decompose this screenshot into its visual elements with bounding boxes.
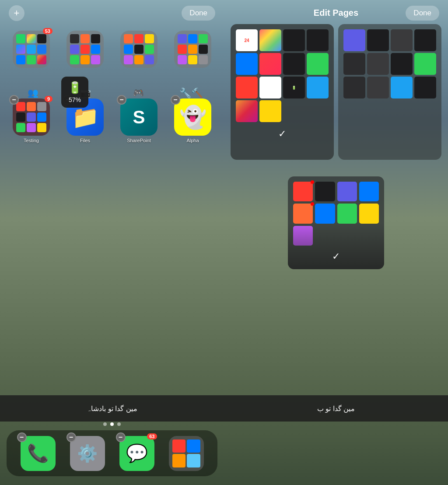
- insta-mini: [236, 100, 258, 122]
- alpha-minus[interactable]: −: [171, 95, 180, 105]
- right-screen: Done Edit Pages 24: [224, 0, 448, 485]
- pages-row-1: 24 🔋: [231, 24, 441, 160]
- chrome-mini: [259, 77, 281, 98]
- right-done-button[interactable]: Done: [406, 6, 439, 21]
- photos-mini: [259, 29, 281, 51]
- appstore-mini: [236, 53, 258, 75]
- accessory-icons-row: 👥 📷 🎮 🔧🔨: [7, 88, 217, 99]
- music-bar: مین گدا تو بادشاہ: [0, 395, 224, 422]
- calendar-mini: 24: [236, 29, 258, 51]
- calc-mini: [283, 53, 305, 75]
- battery-icon-large: 🔋: [68, 81, 82, 95]
- page-dots: [0, 422, 224, 426]
- right-music-text: مین گدا تو ب: [233, 404, 439, 413]
- page-thumb-2[interactable]: [338, 24, 441, 160]
- files-label: Files: [80, 138, 90, 143]
- battery-percent: 57%: [69, 96, 81, 103]
- testing-label: Testing: [24, 138, 39, 143]
- apps-row-2: − 9 Testing −: [7, 98, 217, 143]
- messages-app[interactable]: − 💬 63: [119, 436, 154, 471]
- camera-mini: [307, 29, 329, 51]
- phone-minus[interactable]: −: [17, 432, 27, 442]
- music-text: مین گدا تو بادشاہ: [9, 404, 215, 413]
- left-done-button[interactable]: Done: [182, 6, 215, 21]
- multi-dock-app[interactable]: [169, 436, 204, 471]
- clock-mini: [283, 29, 305, 51]
- page1-apps: 24 🔋: [234, 28, 330, 124]
- dock: − 📞 − ⚙️ − 💬 63: [7, 430, 217, 476]
- right-top-bar: Done: [224, 0, 448, 26]
- gmail-mini: [236, 77, 258, 98]
- pages-row-2: ✓: [231, 176, 441, 269]
- dot-1: [103, 422, 107, 426]
- pages-container: 24 🔋: [231, 24, 441, 269]
- maps-mini: [307, 53, 329, 75]
- folder-3[interactable]: [114, 31, 164, 70]
- phone-app[interactable]: − 📞: [21, 436, 56, 471]
- folder-2[interactable]: [60, 31, 110, 70]
- page2-apps: [342, 28, 438, 100]
- spacer: [231, 160, 441, 176]
- music-mini: [259, 53, 281, 75]
- settings-minus[interactable]: −: [66, 432, 76, 442]
- add-button[interactable]: +: [9, 5, 24, 21]
- social-folder[interactable]: 53: [7, 31, 56, 70]
- page-thumb-3[interactable]: ✓: [288, 176, 384, 269]
- notes-mini: [259, 100, 281, 122]
- social-badge: 53: [43, 28, 52, 34]
- folder-row-1: 53: [7, 31, 217, 70]
- settings-app[interactable]: − ⚙️: [70, 436, 105, 471]
- testing-folder[interactable]: − 9 Testing: [7, 98, 56, 143]
- left-screen: + Done 53: [0, 0, 224, 485]
- page-thumb-1[interactable]: 24 🔋: [231, 24, 334, 160]
- folder-4[interactable]: [168, 31, 217, 70]
- dot-3: [117, 422, 121, 426]
- sharepoint-minus[interactable]: −: [117, 95, 126, 105]
- testing-minus[interactable]: −: [9, 95, 19, 105]
- alpha-app[interactable]: − 👻 Alpha: [168, 98, 217, 143]
- battery-tooltip: 🔋 57%: [61, 77, 88, 108]
- sharepoint-label: SharePoint: [127, 138, 150, 143]
- twitter-mini: [307, 77, 329, 98]
- page1-check: ✓: [234, 124, 330, 144]
- page3-check: ✓: [291, 247, 381, 266]
- messages-minus[interactable]: −: [116, 432, 126, 442]
- right-music-bar: مین گدا تو ب: [224, 395, 448, 422]
- dot-2: [110, 422, 114, 426]
- empty2: [307, 100, 329, 122]
- battery-mini: 🔋: [283, 77, 305, 98]
- messages-badge: 63: [147, 433, 157, 439]
- alpha-label: Alpha: [186, 138, 199, 143]
- left-top-bar: + Done: [0, 0, 224, 26]
- sharepoint-app[interactable]: − S SharePoint: [114, 98, 164, 143]
- empty1: [283, 100, 305, 122]
- testing-badge: 9: [45, 96, 52, 102]
